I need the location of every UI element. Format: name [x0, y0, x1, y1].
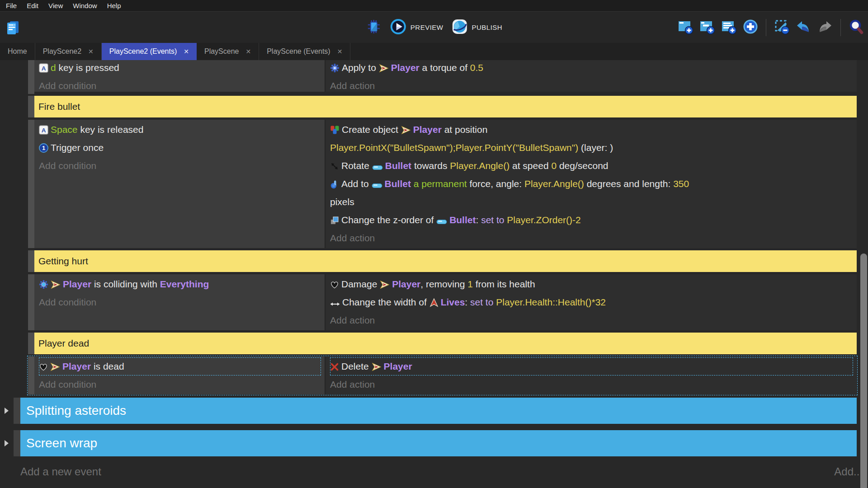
row-handle[interactable] [28, 274, 34, 330]
add-event-button[interactable] [677, 19, 693, 36]
add-new-event-button[interactable]: Add a new event [20, 465, 101, 478]
condition[interactable]: Player is colliding with Everything [39, 275, 321, 293]
text-segment: deg/second [557, 160, 608, 171]
toolbar-center: PREVIEW PUBLISH [366, 19, 502, 36]
action[interactable]: Rotate Bullet towards Player.Angle() at … [330, 157, 853, 175]
search-button[interactable] [848, 19, 864, 36]
create-object-icon [330, 125, 340, 135]
tab-playscene-events[interactable]: PlayScene (Events)✕ [259, 43, 350, 60]
text-segment: , removing [420, 279, 467, 289]
action[interactable]: Damage Player, removing 1 from its healt… [330, 275, 853, 293]
publish-button[interactable]: PUBLISH [451, 19, 502, 36]
action[interactable]: Add to Bullet a permanent force, angle: … [330, 175, 853, 211]
condition[interactable]: 1Trigger once [39, 139, 321, 157]
text-segment: : [465, 297, 470, 307]
tab-close-icon[interactable]: ✕ [184, 48, 189, 55]
tab-close-icon[interactable]: ✕ [337, 48, 343, 55]
redo-button[interactable] [817, 19, 833, 36]
add-condition-button[interactable]: Add condition [39, 157, 321, 175]
comment-row[interactable]: Player dead [28, 333, 857, 354]
text-segment: Add to [341, 178, 372, 189]
text-segment: at speed [509, 160, 551, 171]
event-row[interactable]: ASpace key is released1Trigger onceAdd c… [28, 120, 857, 248]
add-condition-button[interactable]: Add condition [39, 375, 321, 394]
scrollbar-thumb[interactable] [860, 253, 867, 488]
row-handle[interactable] [28, 250, 34, 272]
collision-icon [39, 280, 48, 289]
tab-close-icon[interactable]: ✕ [88, 48, 94, 55]
add-condition-button[interactable]: Add condition [39, 77, 321, 94]
actions-cell: Apply to Player a torque of 0.5Add actio… [326, 60, 857, 92]
add-circle-button[interactable] [742, 19, 759, 36]
add-subevent-button[interactable] [699, 19, 715, 36]
add-action-button[interactable]: Add action [330, 375, 853, 394]
row-handle[interactable] [14, 430, 20, 456]
add-action-button[interactable]: Add action [330, 229, 853, 247]
tab-playscene2[interactable]: PlayScene2✕ [35, 43, 102, 60]
group-row[interactable]: Screen wrap [14, 430, 857, 456]
vertical-scrollbar[interactable] [860, 253, 867, 488]
action[interactable]: Apply to Player a torque of 0.5 [330, 60, 853, 77]
collapse-arrow-icon[interactable] [5, 440, 9, 446]
project-manager-button[interactable] [5, 19, 23, 37]
text-segment: Player [392, 279, 420, 289]
add-comment-button[interactable] [721, 19, 737, 36]
svg-text:1: 1 [42, 145, 45, 151]
events-sheet: Ad key is pressedAdd conditionApply to P… [0, 60, 868, 488]
menu-view[interactable]: View [43, 2, 68, 9]
row-handle[interactable] [28, 96, 34, 117]
heart-icon [39, 362, 48, 371]
add-action-button[interactable]: Add action [330, 77, 853, 94]
player-icon [372, 362, 382, 371]
comment-row[interactable]: Getting hurt [28, 250, 857, 272]
action[interactable]: Change the width of Lives: set to Player… [330, 293, 853, 311]
group-row[interactable]: Splitting asteroids [14, 398, 857, 424]
menu-help[interactable]: Help [102, 2, 126, 9]
text-segment: Damage [341, 279, 380, 289]
add-subevent-icon [699, 19, 715, 37]
trigger-once-icon: 1 [39, 143, 48, 153]
player-icon [380, 280, 390, 289]
condition[interactable]: Ad key is pressed [39, 60, 321, 77]
collapse-arrow-icon[interactable] [5, 408, 9, 414]
add-button[interactable]: Add... [834, 465, 863, 478]
text-segment: force, angle: [470, 178, 524, 189]
tab-playscene[interactable]: PlayScene✕ [197, 43, 259, 60]
publish-label: PUBLISH [472, 23, 502, 31]
tab-close-icon[interactable]: ✕ [245, 48, 251, 55]
comment-row[interactable]: Fire bullet [28, 96, 857, 117]
action[interactable]: Create object Player at positionPlayer.P… [330, 121, 853, 157]
action[interactable]: Delete Player [330, 357, 853, 375]
add-condition-button[interactable]: Add condition [39, 293, 321, 311]
row-handle[interactable] [28, 357, 34, 394]
undo-button[interactable] [795, 19, 811, 36]
text-segment: 0.5 [470, 62, 483, 73]
condition[interactable]: Player is dead [39, 357, 321, 375]
player-icon [401, 126, 411, 135]
menu-edit[interactable]: Edit [22, 2, 43, 9]
event-row[interactable]: Ad key is pressedAdd conditionApply to P… [28, 60, 857, 94]
text-segment: Player.Health::Health()*32 [493, 297, 606, 307]
select-remove-button[interactable] [774, 19, 790, 36]
debug-button[interactable] [366, 19, 382, 36]
bullet-icon [372, 183, 382, 189]
tab-home[interactable]: Home [0, 43, 35, 60]
condition[interactable]: ASpace key is released [39, 121, 321, 139]
event-row[interactable]: Player is colliding with EverythingAdd c… [28, 274, 857, 330]
action[interactable]: Change the z-order of Bullet: set to Pla… [330, 211, 853, 229]
row-handle[interactable] [28, 333, 34, 354]
row-handle[interactable] [14, 398, 20, 424]
lives-icon [429, 298, 439, 307]
text-segment: key is pressed [56, 62, 119, 73]
menu-file[interactable]: File [1, 2, 22, 9]
comment-text: Fire bullet [34, 96, 857, 117]
row-handle[interactable] [28, 120, 34, 248]
menu-window[interactable]: Window [68, 2, 102, 9]
svg-text:A: A [42, 65, 46, 72]
event-row[interactable]: Player is deadAdd conditionDelete Player… [28, 357, 857, 394]
add-action-button[interactable]: Add action [330, 311, 853, 329]
bullet-icon [436, 219, 447, 225]
preview-button[interactable]: PREVIEW [390, 19, 443, 36]
tab-playscene2-events[interactable]: PlayScene2 (Events)✕ [102, 43, 197, 60]
row-handle[interactable] [28, 60, 34, 94]
